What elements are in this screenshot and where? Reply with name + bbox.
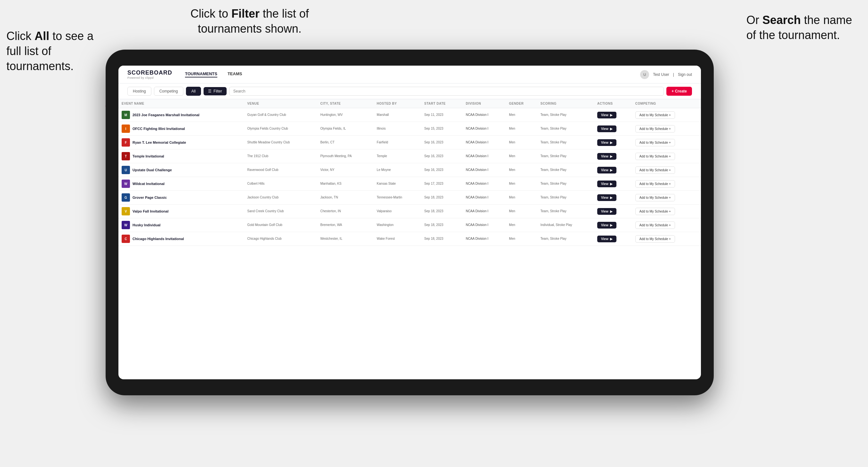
- view-button-8[interactable]: View ▶: [597, 222, 616, 228]
- nav-tournaments[interactable]: TOURNAMENTS: [185, 71, 217, 77]
- add-schedule-button-7[interactable]: Add to My Schedule +: [635, 208, 675, 215]
- cell-city-0: Huntington, WV: [317, 108, 373, 122]
- col-actions: ACTIONS: [594, 99, 632, 108]
- view-button-7[interactable]: View ▶: [597, 208, 616, 215]
- col-event-name: EVENT NAME: [118, 99, 244, 108]
- col-venue: VENUE: [244, 99, 317, 108]
- cell-gender-8: Men: [506, 218, 537, 232]
- table-row: M 2023 Joe Feaganes Marshall Invitationa…: [118, 108, 701, 122]
- cell-date-2: Sep 16, 2023: [421, 136, 463, 150]
- add-schedule-button-2[interactable]: Add to My Schedule +: [635, 139, 675, 146]
- cell-city-6: Jackson, TN: [317, 191, 373, 205]
- search-input[interactable]: [229, 87, 664, 96]
- filter-button[interactable]: ☰ Filter: [204, 87, 226, 95]
- cell-event-name-0: M 2023 Joe Feaganes Marshall Invitationa…: [118, 108, 244, 122]
- view-button-6[interactable]: View ▶: [597, 194, 616, 201]
- cell-hosted-9: Wake Forest: [373, 232, 421, 246]
- cell-event-name-4: U Upstate Dual Challenge: [118, 163, 244, 177]
- team-logo-1: I: [122, 125, 130, 133]
- view-button-3[interactable]: View ▶: [597, 153, 616, 160]
- tablet-screen: SCOREBOARD Powered by clippd TOURNAMENTS…: [118, 66, 701, 379]
- competing-tab[interactable]: Competing: [154, 87, 183, 96]
- view-button-4[interactable]: View ▶: [597, 167, 616, 174]
- cell-division-2: NCAA Division I: [463, 136, 506, 150]
- cell-scoring-0: Team, Stroke Play: [537, 108, 594, 122]
- cell-competing-3: Add to My Schedule +: [632, 150, 701, 163]
- table-row: W Wildcat Invitational Colbert Hills Man…: [118, 177, 701, 191]
- nav-teams[interactable]: TEAMS: [227, 71, 242, 77]
- cell-event-name-2: F Ryan T. Lee Memorial Collegiate: [118, 136, 244, 150]
- view-button-1[interactable]: View ▶: [597, 125, 616, 132]
- cell-actions-3: View ▶: [594, 150, 632, 163]
- table-header-row: EVENT NAME VENUE CITY, STATE HOSTED BY S…: [118, 99, 701, 108]
- cell-gender-1: Men: [506, 122, 537, 136]
- create-button[interactable]: + Create: [666, 87, 692, 96]
- add-schedule-button-0[interactable]: Add to My Schedule +: [635, 112, 675, 119]
- table-row: G Grover Page Classic Jackson Country Cl…: [118, 191, 701, 205]
- cell-division-7: NCAA Division I: [463, 205, 506, 218]
- cell-hosted-0: Marshall: [373, 108, 421, 122]
- cell-gender-7: Men: [506, 205, 537, 218]
- view-button-0[interactable]: View ▶: [597, 112, 616, 118]
- cell-competing-5: Add to My Schedule +: [632, 177, 701, 191]
- cell-hosted-1: Illinois: [373, 122, 421, 136]
- cell-city-9: Westchester, IL: [317, 232, 373, 246]
- cell-city-2: Berlin, CT: [317, 136, 373, 150]
- cell-scoring-3: Team, Stroke Play: [537, 150, 594, 163]
- view-icon-5: ▶: [610, 182, 613, 186]
- add-schedule-button-5[interactable]: Add to My Schedule +: [635, 180, 675, 188]
- add-schedule-button-6[interactable]: Add to My Schedule +: [635, 194, 675, 201]
- cell-division-8: NCAA Division I: [463, 218, 506, 232]
- hosting-tab[interactable]: Hosting: [127, 87, 151, 96]
- view-button-5[interactable]: View ▶: [597, 181, 616, 187]
- all-tab[interactable]: All: [186, 87, 201, 96]
- cell-gender-5: Men: [506, 177, 537, 191]
- view-icon-0: ▶: [610, 113, 613, 117]
- sign-out-link[interactable]: Sign out: [678, 72, 692, 77]
- cell-division-5: NCAA Division I: [463, 177, 506, 191]
- cell-competing-2: Add to My Schedule +: [632, 136, 701, 150]
- cell-gender-9: Men: [506, 232, 537, 246]
- cell-actions-2: View ▶: [594, 136, 632, 150]
- annotation-topleft: Click All to see a full list of tourname…: [6, 29, 105, 73]
- add-schedule-button-1[interactable]: Add to My Schedule +: [635, 125, 675, 132]
- user-name: Test User: [653, 72, 669, 77]
- cell-actions-6: View ▶: [594, 191, 632, 205]
- cell-hosted-3: Temple: [373, 150, 421, 163]
- col-start-date: START DATE: [421, 99, 463, 108]
- cell-scoring-7: Team, Stroke Play: [537, 205, 594, 218]
- add-schedule-button-4[interactable]: Add to My Schedule +: [635, 166, 675, 174]
- event-name-text-6: Grover Page Classic: [132, 195, 167, 199]
- cell-event-name-5: W Wildcat Invitational: [118, 177, 244, 191]
- app-header: SCOREBOARD Powered by clippd TOURNAMENTS…: [118, 66, 701, 84]
- view-icon-7: ▶: [610, 210, 613, 213]
- cell-actions-8: View ▶: [594, 218, 632, 232]
- cell-date-0: Sep 11, 2023: [421, 108, 463, 122]
- filter-label: Filter: [214, 89, 222, 93]
- cell-event-name-8: W Husky Individual: [118, 218, 244, 232]
- cell-venue-1: Olympia Fields Country Club: [244, 122, 317, 136]
- cell-actions-7: View ▶: [594, 205, 632, 218]
- cell-venue-5: Colbert Hills: [244, 177, 317, 191]
- view-icon-1: ▶: [610, 127, 613, 131]
- cell-scoring-8: Individual, Stroke Play: [537, 218, 594, 232]
- cell-division-6: NCAA Division I: [463, 191, 506, 205]
- view-button-2[interactable]: View ▶: [597, 139, 616, 146]
- view-button-9[interactable]: View ▶: [597, 236, 616, 242]
- cell-city-1: Olympia Fields, IL: [317, 122, 373, 136]
- cell-venue-9: Chicago Highlands Club: [244, 232, 317, 246]
- cell-division-1: NCAA Division I: [463, 122, 506, 136]
- cell-scoring-2: Team, Stroke Play: [537, 136, 594, 150]
- cell-division-9: NCAA Division I: [463, 232, 506, 246]
- cell-hosted-4: Le Moyne: [373, 163, 421, 177]
- cell-competing-7: Add to My Schedule +: [632, 205, 701, 218]
- cell-hosted-7: Valparaiso: [373, 205, 421, 218]
- view-icon-6: ▶: [610, 196, 613, 199]
- cell-scoring-1: Team, Stroke Play: [537, 122, 594, 136]
- add-schedule-button-9[interactable]: Add to My Schedule +: [635, 235, 675, 243]
- col-division: DIVISION: [463, 99, 506, 108]
- add-schedule-button-3[interactable]: Add to My Schedule +: [635, 153, 675, 160]
- add-schedule-button-8[interactable]: Add to My Schedule +: [635, 221, 675, 229]
- cell-gender-2: Men: [506, 136, 537, 150]
- cell-gender-3: Men: [506, 150, 537, 163]
